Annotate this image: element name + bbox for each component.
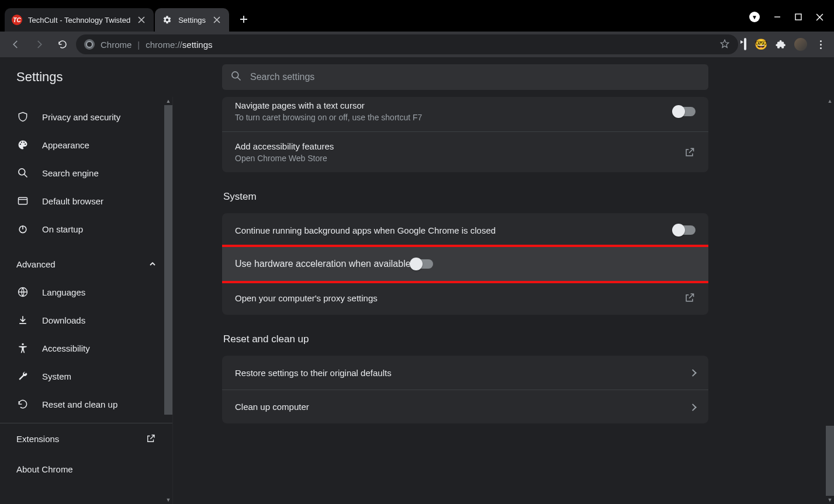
svg-point-6 [22, 343, 23, 345]
caret-browsing-row: Navigate pages with a text cursor To tur… [222, 97, 708, 131]
svg-rect-3 [19, 197, 27, 204]
launch-icon [684, 147, 695, 158]
globe-icon [16, 286, 29, 298]
reset-heading: Reset and clean up [223, 333, 708, 345]
chevron-right-icon [690, 402, 695, 412]
sidebar-item-default-browser[interactable]: Default browser [0, 187, 172, 215]
close-tab-icon[interactable] [136, 15, 147, 25]
accessibility-features-row[interactable]: Add accessibility features Open Chrome W… [222, 131, 708, 172]
settings-main: Navigate pages with a text cursor To tur… [173, 97, 834, 504]
search-settings-input[interactable] [250, 72, 700, 82]
main-scrollbar[interactable]: ▲ ▼ [826, 97, 834, 504]
tab-settings[interactable]: Settings [155, 8, 229, 32]
sidebar-label: On startup [42, 224, 83, 234]
sidebar-item-reset[interactable]: Reset and clean up [0, 390, 172, 418]
browser-icon [16, 195, 29, 207]
toolbar-actions: 🤓 [742, 38, 828, 51]
tab-title: Settings [178, 16, 206, 25]
reset-card: Restore settings to their original defau… [222, 356, 708, 423]
sidebar-label: Downloads [42, 315, 85, 325]
sidebar-label: System [42, 371, 71, 381]
extension-icon-1[interactable]: 🤓 [755, 38, 767, 51]
sidebar-label: Search engine [42, 168, 99, 178]
sidebar-item-privacy[interactable]: Privacy and security [0, 103, 172, 131]
extensions-button[interactable] [776, 39, 786, 50]
sidebar-item-system[interactable]: System [0, 362, 172, 390]
sidebar-item-languages[interactable]: Languages [0, 278, 172, 306]
svg-rect-0 [795, 14, 801, 20]
launch-icon [146, 433, 156, 444]
sidebar-label: Privacy and security [42, 112, 120, 122]
sidebar-item-appearance[interactable]: Appearance [0, 131, 172, 159]
reload-button[interactable] [53, 34, 72, 54]
sidebar-item-extensions[interactable]: Extensions [0, 423, 172, 454]
background-apps-row: Continue running background apps when Go… [222, 213, 708, 247]
close-tab-icon[interactable] [212, 15, 222, 25]
omnibox-protocol: Chrome [101, 40, 131, 50]
launch-icon [684, 292, 695, 304]
nav-forward-button[interactable] [29, 34, 49, 54]
accessibility-icon [16, 342, 29, 354]
svg-point-1 [232, 72, 238, 78]
close-window-button[interactable] [816, 13, 823, 21]
browser-toolbar: Chrome | chrome://settings 🤓 [0, 32, 834, 57]
sidebar-label: Accessibility [42, 343, 90, 353]
profile-avatar[interactable] [794, 38, 807, 51]
shield-icon [16, 111, 29, 123]
sidebar-item-accessibility[interactable]: Accessibility [0, 334, 172, 362]
download-icon [16, 314, 29, 326]
sidebar-label: Languages [42, 287, 85, 297]
system-heading: System [223, 191, 708, 203]
nav-back-button[interactable] [6, 34, 26, 54]
share-tab-icon[interactable]: ▼ [749, 12, 760, 22]
restore-defaults-row[interactable]: Restore settings to their original defau… [222, 356, 708, 390]
row-title: Clean up computer [235, 402, 309, 412]
restore-icon [16, 398, 29, 410]
search-icon [230, 70, 242, 84]
settings-sidebar: Privacy and security Appearance Search e… [0, 97, 173, 504]
chevron-up-icon [149, 259, 156, 269]
wrench-icon [16, 370, 29, 382]
proxy-settings-row[interactable]: Open your computer's proxy settings [222, 281, 708, 315]
chrome-icon [84, 39, 95, 50]
hardware-accel-row-wrap: Use hardware acceleration when available [222, 245, 708, 283]
row-title: Open your computer's proxy settings [235, 293, 378, 303]
omnibox-prefix: chrome://settings [146, 40, 212, 50]
minimize-button[interactable] [774, 13, 781, 20]
power-icon [16, 223, 29, 235]
maximize-button[interactable] [795, 13, 802, 20]
sidebar-item-downloads[interactable]: Downloads [0, 306, 172, 334]
tab-strip: TC TechCult - Technology Twisted Setting… [0, 0, 749, 32]
sidebar-label: Default browser [42, 196, 103, 206]
new-tab-button[interactable] [235, 11, 252, 28]
window-controls: ▼ [749, 12, 834, 32]
palette-icon [16, 139, 29, 151]
row-title: Restore settings to their original defau… [235, 368, 392, 378]
sidebar-item-search-engine[interactable]: Search engine [0, 159, 172, 187]
search-settings-box[interactable] [222, 64, 708, 90]
cast-icon[interactable] [744, 39, 746, 50]
sidebar-item-on-startup[interactable]: On startup [0, 215, 172, 243]
svg-point-2 [19, 169, 25, 175]
window-titlebar: TC TechCult - Technology Twisted Setting… [0, 0, 834, 32]
hardware-accel-toggle[interactable] [411, 259, 433, 269]
row-title: Navigate pages with a text cursor [235, 100, 422, 110]
row-title: Continue running background apps when Go… [235, 225, 496, 235]
cleanup-computer-row[interactable]: Clean up computer [222, 390, 708, 423]
sidebar-item-about[interactable]: About Chrome [0, 454, 172, 484]
accessibility-card: Navigate pages with a text cursor To tur… [222, 97, 708, 172]
omnibox-separator: | [137, 40, 140, 50]
sidebar-label: Appearance [42, 140, 89, 150]
sidebar-scrollbar[interactable]: ▲ ▼ [164, 97, 172, 504]
background-apps-toggle[interactable] [673, 225, 695, 235]
row-title: Use hardware acceleration when available [235, 259, 411, 269]
advanced-label: Advanced [16, 259, 56, 269]
caret-browsing-toggle[interactable] [673, 107, 695, 116]
sidebar-section-advanced[interactable]: Advanced [0, 250, 172, 278]
sidebar-label: Reset and clean up [42, 399, 117, 409]
omnibox[interactable]: Chrome | chrome://settings [76, 34, 738, 54]
tab-techcult[interactable]: TC TechCult - Technology Twisted [5, 8, 154, 32]
kebab-menu-icon[interactable] [815, 40, 826, 49]
bookmark-star-icon[interactable] [719, 39, 730, 51]
about-label: About Chrome [16, 464, 73, 474]
